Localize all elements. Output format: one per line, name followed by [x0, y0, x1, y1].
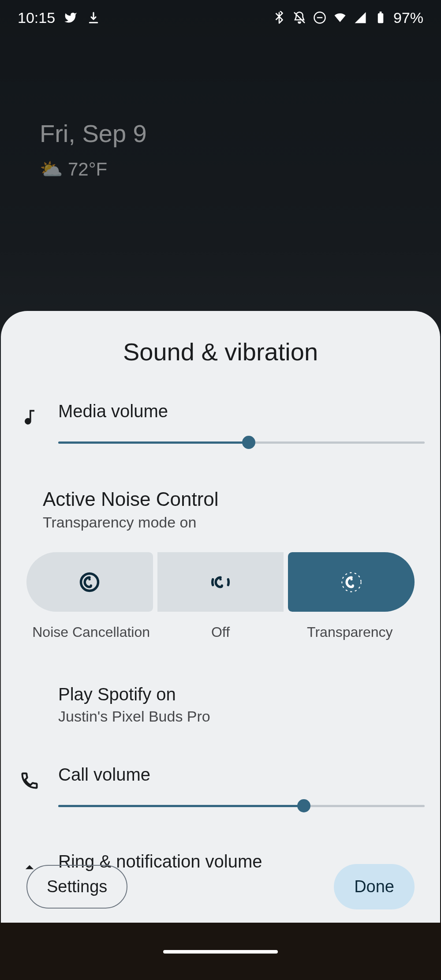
sheet-title: Sound & vibration [1, 337, 440, 366]
signal-icon [353, 10, 368, 25]
dnd-icon [312, 10, 327, 25]
anc-label-nc: Noise Cancellation [26, 624, 156, 640]
call-volume-label: Call volume [58, 765, 425, 785]
svg-rect-3 [379, 11, 381, 13]
download-icon [86, 10, 101, 25]
anc-option-transparency[interactable] [288, 552, 415, 612]
play-on-label: Play Spotify on [58, 685, 425, 704]
notifications-off-icon [292, 10, 307, 25]
anc-subtitle: Transparency mode on [43, 514, 398, 531]
anc-segmented-control [1, 531, 440, 612]
media-volume-label: Media volume [58, 401, 425, 421]
settings-button[interactable]: Settings [26, 865, 127, 909]
media-output-row[interactable]: Play Spotify on Justin's Pixel Buds Pro [58, 685, 425, 725]
bluetooth-icon [272, 10, 287, 25]
home-date: Fri, Sep 9 [40, 119, 147, 148]
media-volume-slider[interactable] [58, 432, 425, 453]
done-button[interactable]: Done [334, 864, 415, 909]
battery-percent: 97% [393, 9, 423, 26]
twitter-icon [63, 10, 78, 25]
svg-rect-2 [378, 13, 384, 23]
svg-point-5 [89, 578, 91, 580]
media-output-icon [19, 687, 41, 714]
anc-label-off: Off [156, 624, 285, 640]
anc-option-off[interactable] [157, 552, 284, 612]
home-temperature: 72°F [68, 159, 107, 180]
svg-point-7 [342, 572, 361, 591]
status-bar: 10:15 97% [0, 0, 441, 35]
status-time: 10:15 [18, 9, 55, 26]
anc-label-transparency: Transparency [285, 624, 415, 640]
battery-icon [373, 10, 388, 25]
wifi-icon [333, 10, 348, 25]
phone-icon [19, 767, 41, 794]
call-volume-slider[interactable] [58, 795, 425, 816]
play-on-device: Justin's Pixel Buds Pro [58, 708, 425, 725]
weather-partly-cloudy-icon: ⛅ [40, 158, 63, 180]
gesture-nav-handle[interactable] [163, 950, 278, 954]
anc-option-noise-cancellation[interactable] [26, 552, 153, 612]
music-note-icon [19, 404, 41, 430]
home-date-weather-widget[interactable]: Fri, Sep 9 ⛅ 72°F [40, 119, 147, 180]
anc-title: Active Noise Control [43, 488, 398, 510]
svg-point-8 [350, 578, 352, 580]
svg-point-6 [219, 578, 221, 580]
svg-point-4 [81, 573, 98, 591]
sound-vibration-sheet: Sound & vibration Media volume Active No… [1, 311, 440, 980]
